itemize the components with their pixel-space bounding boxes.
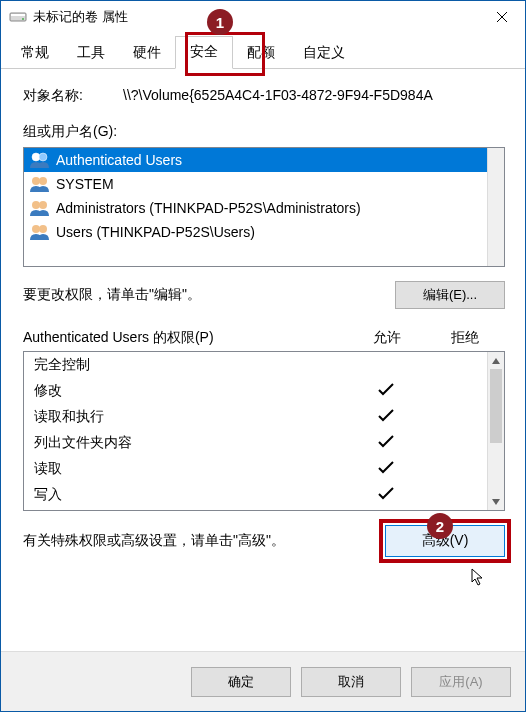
object-name-value: \\?\Volume{6525A4C4-1F03-4872-9F94-F5D98…	[123, 87, 505, 105]
tab-custom[interactable]: 自定义	[289, 38, 359, 69]
window-title: 未标记的卷 属性	[33, 8, 479, 26]
permissions-header-deny: 拒绝	[425, 329, 505, 347]
permission-allow	[348, 435, 424, 452]
svg-point-5	[32, 177, 40, 185]
groups-label: 组或用户名(G):	[23, 123, 505, 141]
svg-point-4	[39, 153, 47, 161]
svg-rect-1	[11, 14, 25, 16]
list-item-label: Administrators (THINKPAD-P52S\Administra…	[56, 200, 361, 216]
permissions-scrollbar[interactable]	[487, 352, 504, 510]
groups-listbox[interactable]: Authenticated Users SYSTEM Administrator…	[23, 147, 505, 267]
list-item[interactable]: SYSTEM	[24, 172, 504, 196]
advanced-row: 有关特殊权限或高级设置，请单击"高级"。 高级(V)	[23, 525, 505, 557]
list-item-label: SYSTEM	[56, 176, 114, 192]
permissions-header-name: Authenticated Users 的权限(P)	[23, 329, 349, 347]
permission-allow	[348, 487, 424, 504]
svg-point-10	[39, 225, 47, 233]
scroll-track[interactable]	[488, 369, 504, 493]
dialog-footer: 确定 取消 应用(A)	[1, 651, 525, 711]
titlebar: 未标记的卷 属性	[1, 1, 525, 33]
tab-security[interactable]: 安全	[175, 36, 233, 69]
svg-point-8	[39, 201, 47, 209]
object-name-label: 对象名称:	[23, 87, 123, 105]
permissions-listbox: 完全控制修改读取和执行列出文件夹内容读取写入	[23, 351, 505, 511]
table-row: 修改	[24, 378, 504, 404]
list-item[interactable]: Authenticated Users	[24, 148, 504, 172]
close-button[interactable]	[479, 1, 525, 33]
svg-point-6	[39, 177, 47, 185]
tab-hardware[interactable]: 硬件	[119, 38, 175, 69]
svg-point-9	[32, 225, 40, 233]
permission-name: 读取和执行	[34, 408, 348, 426]
edit-row: 要更改权限，请单击"编辑"。 编辑(E)...	[23, 281, 505, 309]
users-icon	[28, 223, 52, 241]
table-row: 写入	[24, 482, 504, 508]
edit-hint-text: 要更改权限，请单击"编辑"。	[23, 286, 395, 304]
permission-name: 写入	[34, 486, 348, 504]
table-row: 完全控制	[24, 352, 504, 378]
svg-point-7	[32, 201, 40, 209]
users-icon	[28, 175, 52, 193]
listbox-scrollbar[interactable]	[487, 148, 504, 266]
scroll-thumb[interactable]	[490, 369, 502, 443]
permission-name: 完全控制	[34, 356, 348, 374]
permission-allow	[348, 383, 424, 400]
permission-name: 读取	[34, 460, 348, 478]
permissions-header-allow: 允许	[349, 329, 425, 347]
tab-tools[interactable]: 工具	[63, 38, 119, 69]
advanced-button[interactable]: 高级(V)	[385, 525, 505, 557]
permissions-header: Authenticated Users 的权限(P) 允许 拒绝	[23, 329, 505, 347]
tab-general[interactable]: 常规	[7, 38, 63, 69]
table-row: 读取和执行	[24, 404, 504, 430]
tab-content: 对象名称: \\?\Volume{6525A4C4-1F03-4872-9F94…	[1, 69, 525, 651]
users-icon	[28, 199, 52, 217]
cancel-button[interactable]: 取消	[301, 667, 401, 697]
object-name-row: 对象名称: \\?\Volume{6525A4C4-1F03-4872-9F94…	[23, 87, 505, 105]
list-item[interactable]: Users (THINKPAD-P52S\Users)	[24, 220, 504, 244]
permission-name: 列出文件夹内容	[34, 434, 348, 452]
tab-quota[interactable]: 配额	[233, 38, 289, 69]
list-item-label: Authenticated Users	[56, 152, 182, 168]
table-row: 列出文件夹内容	[24, 430, 504, 456]
permission-allow	[348, 409, 424, 426]
advanced-hint-text: 有关特殊权限或高级设置，请单击"高级"。	[23, 532, 385, 550]
tabs: 常规 工具 硬件 安全 配额 自定义	[1, 35, 525, 69]
scroll-down-button[interactable]	[488, 493, 504, 510]
apply-button[interactable]: 应用(A)	[411, 667, 511, 697]
list-item[interactable]: Administrators (THINKPAD-P52S\Administra…	[24, 196, 504, 220]
edit-button[interactable]: 编辑(E)...	[395, 281, 505, 309]
list-item-label: Users (THINKPAD-P52S\Users)	[56, 224, 255, 240]
users-icon	[28, 151, 52, 169]
properties-window: 未标记的卷 属性 常规 工具 硬件 安全 配额 自定义 对象名称: \\?\Vo…	[0, 0, 526, 712]
drive-icon	[9, 10, 27, 24]
svg-point-2	[22, 18, 24, 20]
permission-name: 修改	[34, 382, 348, 400]
table-row: 读取	[24, 456, 504, 482]
scroll-up-button[interactable]	[488, 352, 504, 369]
permission-allow	[348, 461, 424, 478]
ok-button[interactable]: 确定	[191, 667, 291, 697]
